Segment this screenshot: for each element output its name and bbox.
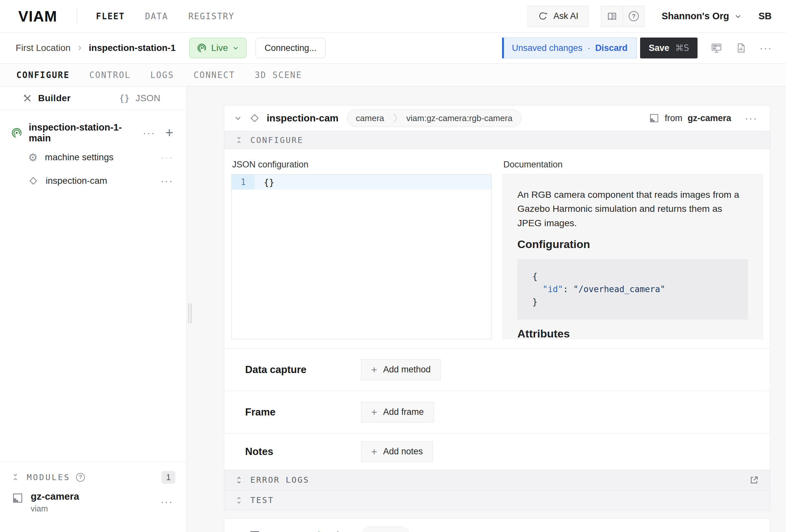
gear-icon: ⚙ xyxy=(28,152,38,163)
module-tag: module xyxy=(362,527,410,532)
module-card-header: gz-camera by viam module Registry xyxy=(224,518,770,532)
open-external-icon[interactable] xyxy=(749,475,759,485)
viam-logo[interactable]: VIAM xyxy=(18,7,57,25)
avatar[interactable]: SB xyxy=(759,11,772,22)
from-module: from gz-camera xyxy=(649,113,731,123)
sidebar-resize-handle[interactable] xyxy=(188,303,192,323)
error-logs-label: ERROR LOGS xyxy=(250,475,309,485)
json-label: JSON xyxy=(136,93,161,103)
add-method-button[interactable]: + Add method xyxy=(361,359,441,380)
modules-count-badge: 1 xyxy=(162,471,175,484)
test-label: TEST xyxy=(250,495,274,505)
live-status-dropdown[interactable]: Live xyxy=(189,38,247,58)
collapse-chevron-icon[interactable] xyxy=(234,114,242,122)
collapse-icon xyxy=(235,136,243,144)
org-switcher[interactable]: Shannon's Org xyxy=(662,11,742,22)
tab-control[interactable]: CONTROL xyxy=(89,70,131,80)
modules-header[interactable]: MODULES ? 1 xyxy=(0,469,186,486)
component-diamond-icon xyxy=(249,113,260,124)
doc-configuration-heading: Configuration xyxy=(517,238,748,251)
mode-toggle: Builder {} JSON xyxy=(0,87,186,110)
add-component-icon[interactable]: + xyxy=(165,126,173,140)
json-config-label: JSON configuration xyxy=(232,160,491,170)
content: Builder {} JSON inspection xyxy=(0,87,786,532)
chevron-down-icon xyxy=(232,45,239,51)
ask-ai-label: Ask AI xyxy=(553,11,578,21)
tree-item-inspection-cam[interactable]: inspection-cam ··· xyxy=(0,171,186,190)
machine-dashboard-icon[interactable] xyxy=(711,42,722,54)
tree-root-machine-part[interactable]: inspection-station-1-main ··· + xyxy=(0,122,186,143)
header-divider xyxy=(77,9,77,24)
test-toggle[interactable]: TEST xyxy=(224,490,770,510)
plus-icon: + xyxy=(371,365,377,375)
builder-label: Builder xyxy=(38,93,71,103)
component-more-icon[interactable]: ··· xyxy=(745,113,758,123)
code-colon: : xyxy=(563,284,573,294)
module-card-gz-camera: gz-camera by viam module Registry xyxy=(224,518,770,532)
tree-item-machine-settings[interactable]: ⚙ machine settings ··· xyxy=(0,148,186,167)
breadcrumb-location[interactable]: First Location xyxy=(16,43,70,53)
braces-icon: {} xyxy=(119,93,130,103)
modules-title: MODULES xyxy=(27,472,70,482)
mode-json[interactable]: {} JSON xyxy=(93,87,187,110)
registry-label: Registry xyxy=(435,531,467,532)
tools-icon xyxy=(23,93,32,103)
help-icon-group: ? xyxy=(601,6,645,27)
code-value: "/overhead_camera" xyxy=(573,284,665,294)
root-part-name: inspection-station-1-main xyxy=(29,122,143,144)
modules-block: MODULES ? 1 gz-camera via xyxy=(0,462,186,532)
broadcast-icon xyxy=(197,43,207,53)
module-org: viam xyxy=(31,504,79,513)
machine-bar-right: Unsaved changes · Discard Save ⌘S xyxy=(502,38,772,59)
add-notes-button[interactable]: + Add notes xyxy=(361,441,433,462)
error-logs-toggle[interactable]: ERROR LOGS xyxy=(224,470,770,490)
discard-link[interactable]: Discard xyxy=(595,43,627,53)
module-icon xyxy=(12,492,23,504)
configure-section-toggle[interactable]: CONFIGURE xyxy=(224,131,770,149)
tab-configure[interactable]: CONFIGURE xyxy=(16,70,70,80)
line-code: {} xyxy=(255,175,491,190)
machine-settings-more-icon[interactable]: ··· xyxy=(161,153,173,162)
more-actions-icon[interactable]: ··· xyxy=(760,43,772,53)
unsaved-label: Unsaved changes xyxy=(512,43,582,53)
nav-data[interactable]: DATA xyxy=(145,11,168,21)
registry-link[interactable]: Registry xyxy=(421,531,467,532)
collapse-icon xyxy=(11,473,20,481)
save-button[interactable]: Save ⌘S xyxy=(640,38,697,59)
data-capture-section: Data capture + Add method xyxy=(224,348,770,391)
data-capture-label: Data capture xyxy=(245,364,361,376)
documentation-panel[interactable]: An RGB camera component that reads image… xyxy=(503,174,763,339)
question-glyph: ? xyxy=(76,473,85,482)
code-key: "id" xyxy=(542,284,563,294)
json-config-editor[interactable]: 1 {} xyxy=(231,174,491,339)
expand-icon xyxy=(235,476,243,484)
documentation-label: Documentation xyxy=(503,160,763,170)
nav-registry[interactable]: REGISTRY xyxy=(188,11,234,21)
tab-connect[interactable]: CONNECT xyxy=(193,70,235,80)
live-label: Live xyxy=(211,43,228,53)
module-more-icon[interactable]: ··· xyxy=(161,497,173,507)
machine-tab-bar: CONFIGURE CONTROL LOGS CONNECT 3D SCENE xyxy=(0,64,786,87)
component-diamond-icon xyxy=(28,176,39,186)
nav-fleet[interactable]: FLEET xyxy=(96,11,125,21)
mode-builder[interactable]: Builder xyxy=(0,87,93,110)
module-card-name: gz-camera xyxy=(267,530,315,532)
component-card-inspection-cam: inspection-cam camera viam:gz-camera:rgb… xyxy=(224,105,770,510)
add-frame-button[interactable]: + Add frame xyxy=(361,402,434,423)
notes-section: Notes + Add notes xyxy=(224,433,770,470)
tab-3d-scene[interactable]: 3D SCENE xyxy=(255,70,302,80)
help-icon[interactable]: ? xyxy=(623,6,644,26)
json-config-column: JSON configuration 1 {} xyxy=(231,158,491,339)
ask-ai-button[interactable]: Ask AI xyxy=(528,6,588,27)
root-more-icon[interactable]: ··· xyxy=(143,128,155,138)
tab-logs[interactable]: LOGS xyxy=(150,70,174,80)
modules-help-icon[interactable]: ? xyxy=(76,473,85,482)
report-file-icon[interactable] xyxy=(735,42,746,53)
inspection-cam-more-icon[interactable]: ··· xyxy=(161,176,173,186)
configure-section-label: CONFIGURE xyxy=(250,135,303,145)
connecting-button[interactable]: Connecting... xyxy=(256,38,325,58)
add-notes-label: Add notes xyxy=(383,446,423,457)
docs-book-icon[interactable] xyxy=(601,6,623,26)
module-icon xyxy=(649,113,660,123)
module-list-item[interactable]: gz-camera viam ··· xyxy=(0,491,186,513)
